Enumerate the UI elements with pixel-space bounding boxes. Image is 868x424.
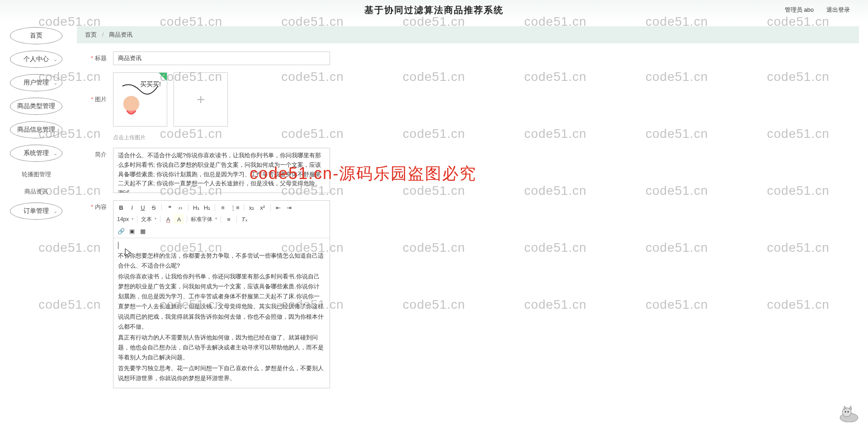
- form-row-image: *图片 买买买! ✓ +: [77, 72, 859, 127]
- ul-button[interactable]: ⋮≡: [229, 203, 241, 212]
- svg-point-7: [845, 411, 846, 413]
- form-row-title: *标题: [77, 52, 859, 65]
- svg-point-8: [848, 411, 849, 413]
- superscript-button[interactable]: x²: [258, 203, 268, 212]
- ol-button[interactable]: ≡: [218, 203, 228, 212]
- intro-label: 简介: [77, 148, 113, 159]
- sidebar-item-category-mgmt[interactable]: 商品类型管理: [10, 98, 62, 115]
- svg-marker-6: [849, 406, 852, 410]
- h1-button[interactable]: H₁: [191, 203, 201, 212]
- title-label: *标题: [77, 52, 113, 65]
- rich-editor: B I U S ❝ ‹› H₁ H₂ ≡ ⋮≡ x₂ x² ⇤ ⇥: [113, 200, 330, 388]
- svg-marker-5: [844, 406, 846, 410]
- add-image-button[interactable]: +: [174, 72, 228, 127]
- text-color-button[interactable]: A: [163, 214, 173, 224]
- breadcrumb-home[interactable]: 首页: [85, 31, 97, 38]
- svg-text:买买买!: 买买买!: [140, 81, 161, 88]
- bg-color-button[interactable]: A: [174, 214, 184, 224]
- clear-format-button[interactable]: Tₓ: [240, 214, 250, 224]
- admin-label[interactable]: 管理员 abo: [785, 6, 814, 14]
- image-thumbnail[interactable]: 买买买! ✓: [113, 72, 167, 127]
- image-upload-area: 买买买! ✓ +: [113, 72, 228, 127]
- chevron-down-icon: ⌄: [53, 80, 57, 86]
- logout-button[interactable]: 退出登录: [826, 6, 850, 14]
- link-button[interactable]: 🔗: [116, 226, 126, 236]
- header-right: 管理员 abo 退出登录: [785, 6, 850, 14]
- sidebar-item-personal[interactable]: 个人中心⌄: [10, 51, 62, 68]
- breadcrumb: 首页 / 商品资讯: [77, 26, 859, 43]
- form-row-content: *内容 B I U S ❝ ‹› H₁ H₂ ≡ ⋮≡ x₂ x² ⇤: [77, 200, 859, 388]
- sidebar-item-home[interactable]: 首页: [10, 27, 62, 44]
- chevron-down-icon: ⌄: [53, 151, 57, 156]
- sidebar: 首页 个人中心⌄ 用户管理⌄ 商品类型管理 商品信息管理 系统管理⌄ 轮播图管理…: [0, 27, 72, 226]
- title-input[interactable]: [113, 52, 330, 65]
- sidebar-item-user-mgmt[interactable]: 用户管理⌄: [10, 74, 62, 91]
- check-icon: ✓: [162, 73, 166, 77]
- indent-button[interactable]: ⇤: [274, 203, 283, 212]
- sidebar-sub-carousel[interactable]: 轮播图管理: [14, 168, 59, 181]
- app-title: 基于协同过滤算法商品推荐系统: [364, 4, 504, 16]
- chevron-down-icon: ⌄: [53, 57, 57, 62]
- sidebar-item-order-mgmt[interactable]: 订单管理⌄: [10, 203, 62, 220]
- sidebar-item-system-mgmt[interactable]: 系统管理⌄: [10, 145, 62, 162]
- quote-button[interactable]: ❝: [165, 203, 175, 212]
- breadcrumb-separator: /: [102, 31, 104, 38]
- subscript-button[interactable]: x₂: [247, 203, 257, 212]
- sidebar-item-product-mgmt[interactable]: 商品信息管理: [10, 121, 62, 138]
- header: 基于协同过滤算法商品推荐系统 管理员 abo 退出登录: [0, 0, 868, 20]
- image-icon-button[interactable]: ▣: [127, 226, 137, 236]
- upload-hint: 点击上传图片: [113, 134, 859, 141]
- text-cursor: [118, 242, 325, 249]
- bold-button[interactable]: B: [116, 203, 126, 212]
- video-button[interactable]: ▦: [138, 226, 148, 236]
- outdent-button[interactable]: ⇥: [284, 203, 294, 212]
- align-button[interactable]: ≡: [224, 214, 234, 224]
- svg-point-1: [123, 96, 139, 112]
- font-family-select[interactable]: 标准字体: [190, 216, 218, 223]
- intro-textarea[interactable]: 适合什么、不适合什么呢?你说你喜欢读书，让我给你列书单，你问我哪里有那么多时间看…: [113, 148, 330, 193]
- content-label: *内容: [77, 200, 113, 211]
- code-button[interactable]: ‹›: [175, 203, 185, 212]
- breadcrumb-current: 商品资讯: [109, 31, 132, 38]
- h2-button[interactable]: H₂: [202, 203, 212, 212]
- font-size-select[interactable]: 14px: [116, 216, 134, 222]
- italic-button[interactable]: I: [127, 203, 137, 212]
- strike-button[interactable]: S: [149, 203, 159, 212]
- text-type-select[interactable]: 文本: [140, 216, 157, 223]
- form-row-intro: 简介 适合什么、不适合什么呢?你说你喜欢读书，让我给你列书单，你问我哪里有那么多…: [77, 148, 859, 193]
- chevron-down-icon: ⌄: [53, 208, 57, 214]
- sidebar-sub-product-news[interactable]: 商品资讯: [14, 185, 59, 198]
- cat-mascot-icon: [835, 404, 863, 422]
- editor-content-area[interactable]: 不管你想要怎样的生活，你都要去努力争取，不多尝试一些事情怎么知道自己适合什么、不…: [113, 238, 330, 388]
- image-label: *图片: [77, 72, 113, 127]
- editor-toolbar: B I U S ❝ ‹› H₁ H₂ ≡ ⋮≡ x₂ x² ⇤ ⇥: [113, 201, 330, 238]
- underline-button[interactable]: U: [138, 203, 148, 212]
- main-content: 首页 / 商品资讯 *标题 *图片 买买买! ✓ + 点击上传图片 简介 适合什…: [77, 26, 859, 424]
